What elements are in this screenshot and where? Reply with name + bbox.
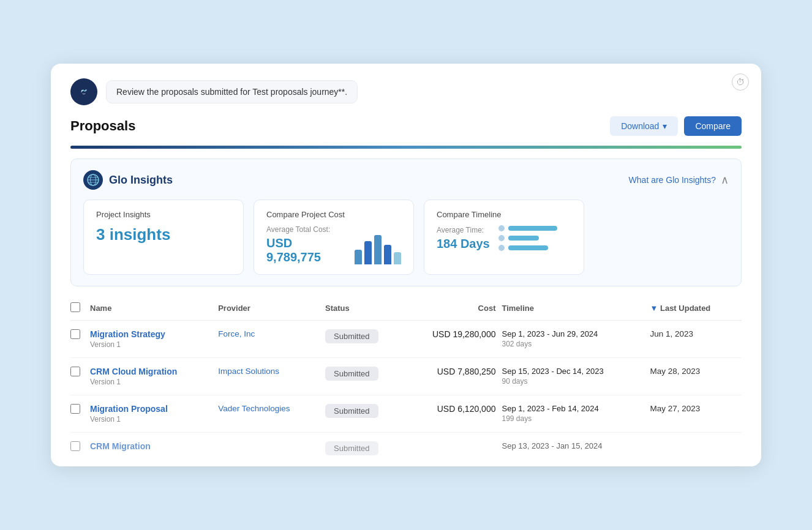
row-timeline: Sep 15, 2023 - Dec 14, 202390 days — [502, 358, 650, 395]
cost-value: USD 6,120,000 — [437, 404, 496, 414]
cost-value: USD 19,280,000 — [432, 329, 496, 339]
row-timeline: Sep 1, 2023 - Jun 29, 2024302 days — [502, 321, 650, 358]
timeline-days: 90 days — [502, 377, 644, 386]
svg-point-1 — [81, 90, 83, 91]
status-badge: Submitted — [325, 367, 378, 381]
bar — [364, 241, 372, 264]
bar-chart — [355, 235, 401, 264]
compare-button[interactable]: Compare — [684, 116, 742, 136]
provider-link[interactable]: Vader Technologies — [218, 404, 290, 413]
row-provider: Vader Technologies — [218, 395, 325, 433]
bar — [355, 250, 362, 264]
col-name: Name — [90, 296, 218, 321]
row-name: CRM Cloud MigrationVersion 1 — [90, 358, 218, 395]
timeline-range: Sep 1, 2023 - Jun 29, 2024 — [502, 329, 644, 338]
row-provider — [218, 433, 325, 465]
download-button[interactable]: Download ▾ — [610, 116, 678, 136]
row-checkbox[interactable] — [70, 367, 80, 376]
row-cost — [407, 433, 502, 465]
timeline-line — [508, 236, 539, 241]
row-last-updated — [650, 433, 742, 465]
row-status: Submitted — [325, 395, 407, 433]
what-are-glo-insights-link[interactable]: What are Glo Insights? — [629, 175, 716, 185]
provider-link[interactable]: Force, Inc — [218, 329, 255, 338]
ai-avatar — [70, 78, 97, 105]
cost-subtitle: Average Total Cost: — [266, 225, 346, 234]
row-checkbox-cell — [70, 321, 90, 358]
svg-point-0 — [78, 86, 90, 98]
row-status: Submitted — [325, 321, 407, 358]
insights-cards: Project Insights 3 insights Compare Proj… — [83, 200, 729, 275]
cost-value: USD 7,880,250 — [437, 367, 496, 376]
bar — [394, 252, 401, 264]
collapse-button[interactable]: ∧ — [721, 174, 729, 185]
table-header-row: Name Provider Status Cost Timeline ▼ Las… — [70, 296, 742, 321]
page-title: Proposals — [70, 118, 135, 134]
timeline-days: 302 days — [502, 340, 644, 348]
row-cost: USD 6,120,000 — [407, 395, 502, 433]
proposal-version: Version 1 — [90, 415, 212, 424]
proposal-name-link[interactable]: CRM Migration — [90, 441, 212, 451]
timeline-range: Sep 15, 2023 - Dec 14, 2023 — [502, 367, 644, 376]
glo-insights-box: Glo Insights What are Glo Insights? ∧ Pr… — [70, 159, 742, 286]
timeline-dot — [498, 245, 505, 251]
bar — [384, 245, 391, 264]
row-timeline: Sep 1, 2023 - Feb 14, 2024199 days — [502, 395, 650, 433]
status-badge: Submitted — [325, 404, 378, 418]
status-badge: Submitted — [325, 441, 378, 455]
col-timeline: Timeline — [502, 296, 650, 321]
row-provider: Impact Solutions — [218, 358, 325, 395]
row-timeline: Sep 13, 2023 - Jan 15, 2024 — [502, 433, 650, 465]
col-provider: Provider — [218, 296, 325, 321]
proposal-name-link[interactable]: Migration Proposal — [90, 404, 212, 414]
select-all-checkbox[interactable] — [70, 302, 80, 312]
table-row: CRM Cloud MigrationVersion 1Impact Solut… — [70, 358, 742, 395]
timeline-bar-row — [498, 245, 557, 251]
row-checkbox[interactable] — [70, 329, 80, 339]
glo-insights-header: Glo Insights What are Glo Insights? ∧ — [83, 170, 729, 190]
row-status: Submitted — [325, 433, 407, 465]
insight-card-value-1: 3 insights — [96, 225, 231, 244]
glo-insights-title-row: Glo Insights — [83, 170, 173, 190]
row-name: CRM Migration — [90, 433, 218, 465]
timeline-days: 199 days — [502, 414, 644, 423]
insight-card-title-2: Compare Project Cost — [266, 210, 401, 219]
cost-value: USD 9,789,775 — [266, 236, 346, 264]
timeline-bars — [498, 225, 557, 251]
timeline-range: Sep 13, 2023 - Jan 15, 2024 — [502, 441, 644, 450]
row-status: Submitted — [325, 358, 407, 395]
timeline-line — [508, 226, 557, 231]
timeline-subtitle: Average Time: — [437, 226, 490, 234]
row-last-updated: May 27, 2023 — [650, 395, 742, 433]
bar — [374, 235, 382, 264]
header-buttons: Download ▾ Compare — [610, 116, 742, 136]
insight-card-project-cost[interactable]: Compare Project Cost Average Total Cost:… — [254, 200, 414, 275]
main-card: ⏱ Review the proposals submitted for Tes… — [51, 64, 761, 466]
insight-card-project-insights[interactable]: Project Insights 3 insights — [83, 200, 244, 275]
row-provider: Force, Inc — [218, 321, 325, 358]
status-badge: Submitted — [325, 329, 378, 343]
timeline-bar-row — [498, 235, 557, 241]
proposals-header: Proposals Download ▾ Compare — [70, 116, 742, 136]
insight-card-timeline[interactable]: Compare Timeline Average Time: 184 Days — [424, 200, 584, 275]
row-checkbox[interactable] — [70, 404, 80, 414]
gradient-bar — [70, 146, 742, 149]
timeline-range: Sep 1, 2023 - Feb 14, 2024 — [502, 404, 644, 413]
table-row: Migration StrategyVersion 1Force, IncSub… — [70, 321, 742, 358]
chat-row: Review the proposals submitted for Test … — [70, 78, 742, 105]
insight-card-title-1: Project Insights — [96, 210, 231, 219]
row-checkbox-cell — [70, 395, 90, 433]
glo-insights-label: Glo Insights — [109, 174, 173, 187]
chat-bubble: Review the proposals submitted for Test … — [106, 80, 358, 103]
timeline-chart-row: Average Time: 184 Days — [437, 225, 571, 251]
proposal-version: Version 1 — [90, 340, 212, 349]
timeline-line — [508, 245, 548, 250]
history-icon[interactable]: ⏱ — [732, 73, 749, 91]
proposal-name-link[interactable]: Migration Strategy — [90, 329, 212, 339]
row-checkbox[interactable] — [70, 441, 80, 451]
col-status: Status — [325, 296, 407, 321]
provider-link[interactable]: Impact Solutions — [218, 367, 279, 376]
row-checkbox-cell — [70, 433, 90, 465]
proposal-version: Version 1 — [90, 378, 212, 386]
proposal-name-link[interactable]: CRM Cloud Migration — [90, 367, 212, 376]
